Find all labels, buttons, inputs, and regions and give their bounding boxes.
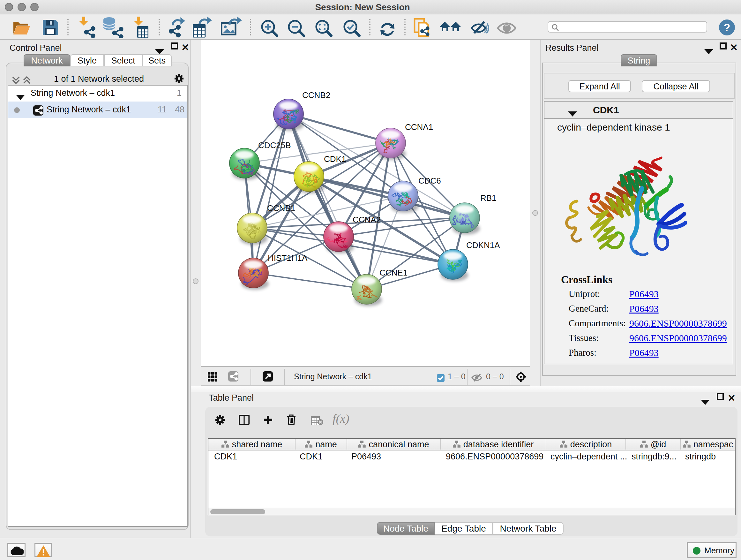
svg-text:CCNB1: CCNB1 [267, 203, 295, 213]
svg-text:HIST1H1A: HIST1H1A [268, 253, 308, 263]
svg-text:?: ? [724, 21, 731, 34]
svg-text:CDKN1A: CDKN1A [466, 240, 500, 250]
svg-text:CDK1: CDK1 [324, 154, 346, 164]
svg-text:CDC6: CDC6 [418, 176, 441, 186]
svg-text:CDC25B: CDC25B [258, 140, 291, 150]
svg-text:CCNB2: CCNB2 [302, 90, 330, 100]
svg-text:CCNA1: CCNA1 [405, 122, 433, 132]
svg-text:CCNA2: CCNA2 [353, 215, 381, 225]
svg-text:RB1: RB1 [480, 193, 496, 203]
svg-text:CCNE1: CCNE1 [380, 268, 408, 277]
